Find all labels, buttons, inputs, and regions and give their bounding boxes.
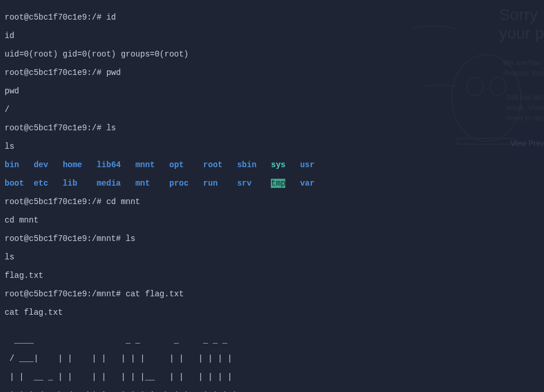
- output-line: root@c5bc1f70c1e9:/# cd mnnt: [5, 197, 539, 206]
- output-line: root@c5bc1f70c1e9:/mnnt# ls: [5, 234, 539, 243]
- ls-row-2: boot etc lib media mnt proc run srv tmp …: [5, 179, 539, 188]
- output-line: id: [5, 31, 539, 40]
- output-line: uid=0(root) gid=0(root) groups=0(root): [5, 50, 539, 59]
- output-line: ls: [5, 252, 539, 262]
- dir-mnnt: mnnt: [135, 160, 155, 169]
- ascii-art-flag: ____ _ _ _ _ _ _ / ___| | | | | | | | | …: [5, 326, 539, 392]
- dir-run: run: [203, 179, 218, 188]
- dir-var: var: [300, 179, 315, 188]
- output-line: flag.txt: [5, 271, 539, 280]
- output-line: root@c5bc1f70c1e9:/# ls: [5, 123, 539, 133]
- dir-sys: sys: [271, 160, 285, 169]
- terminal-output[interactable]: root@c5bc1f70c1e9:/# id id uid=0(root) g…: [0, 0, 544, 392]
- dir-lib64: lib64: [97, 160, 121, 169]
- dir-mnt: mnt: [135, 179, 150, 188]
- dir-tmp: tmp: [271, 179, 285, 188]
- dir-lib: lib: [63, 179, 77, 188]
- dir-etc: etc: [33, 179, 48, 188]
- dir-root: root: [203, 160, 223, 169]
- output-line: root@c5bc1f70c1e9:/mnnt# cat flag.txt: [5, 289, 539, 299]
- dir-proc: proc: [169, 179, 189, 188]
- output-line: root@c5bc1f70c1e9:/# pwd: [5, 68, 539, 77]
- dir-media: media: [97, 179, 121, 188]
- output-line: root@c5bc1f70c1e9:/# id: [5, 13, 539, 22]
- dir-sbin: sbin: [237, 160, 256, 169]
- dir-opt: opt: [169, 160, 184, 169]
- dir-dev: dev: [33, 160, 48, 169]
- output-line: cat flag.txt: [5, 308, 539, 317]
- dir-srv: srv: [237, 179, 251, 188]
- dir-usr: usr: [300, 160, 315, 169]
- ls-row-1: bin dev home lib64 mnnt opt root sbin sy…: [5, 160, 539, 169]
- dir-bin: bin: [5, 160, 19, 169]
- dir-home: home: [63, 160, 82, 169]
- output-line: ls: [5, 142, 539, 151]
- output-line: /: [5, 105, 539, 114]
- dir-boot: boot: [5, 179, 24, 188]
- output-line: pwd: [5, 86, 539, 96]
- output-line: cd mnnt: [5, 216, 539, 225]
